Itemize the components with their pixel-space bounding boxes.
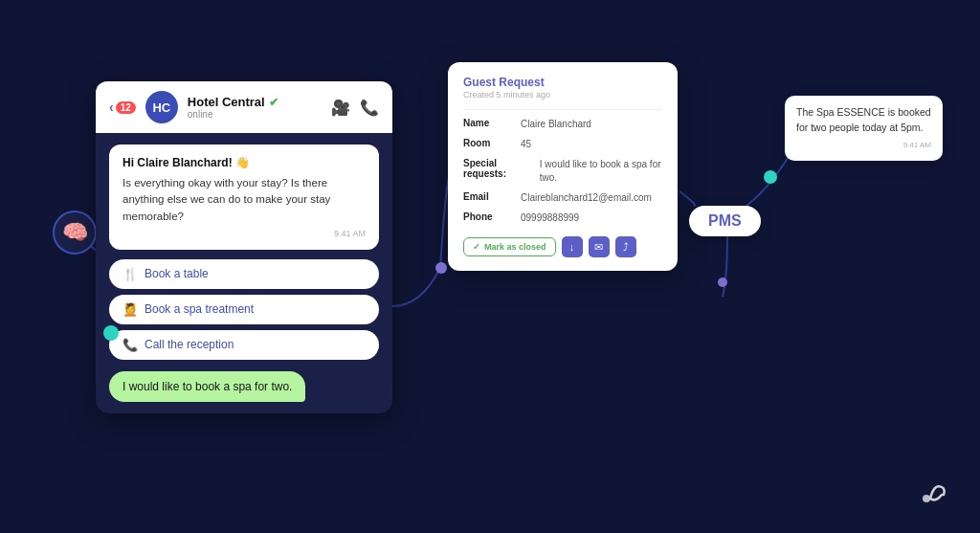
guest-request-panel: Guest Request Created 5 minutes ago Name… (448, 62, 678, 271)
call-reception-button[interactable]: 📞 Call the reception (109, 330, 379, 360)
spa-notification-text: The Spa ESSENCE is booked for two people… (796, 106, 931, 133)
logo (917, 474, 951, 514)
email-icon: ✉ (594, 241, 603, 254)
email-label: Email (463, 191, 513, 202)
brain-icon: 🧠 (53, 211, 97, 255)
guest-request-subtitle: Created 5 minutes ago (463, 90, 662, 100)
verified-icon: ✔ (269, 96, 278, 109)
share-button[interactable]: ⤴ (615, 236, 636, 257)
header-icons: 🎥 📞 (331, 99, 379, 117)
name-label: Name (463, 118, 513, 128)
mark-closed-button[interactable]: ✓ Mark as closed (463, 237, 556, 256)
special-requests-row: Special requests: I would like to book a… (463, 158, 662, 185)
phone-icon[interactable]: 📞 (360, 99, 379, 117)
divider (463, 109, 662, 110)
phone-value: 09999888999 (521, 211, 579, 225)
chat-body: Hi Claire Blanchard! 👋 Is everything oka… (96, 133, 392, 413)
room-label: Room (463, 138, 513, 148)
phone-row: Phone 09999888999 (463, 211, 662, 225)
connector-dot-teal (103, 325, 119, 341)
connector-dot-spa (764, 170, 777, 184)
book-table-button[interactable]: 🍴 Book a table (109, 259, 379, 289)
check-icon: ✓ (473, 242, 480, 252)
fork-icon: 🍴 (122, 267, 138, 281)
online-status: online (188, 109, 322, 120)
quick-actions: 🍴 Book a table 💆 Book a spa treatment 📞 … (109, 259, 379, 360)
pms-label: PMS (689, 206, 761, 236)
user-message-bubble: I would like to book a spa for two. (109, 371, 305, 402)
name-value: Claire Blanchard (521, 118, 591, 131)
bot-message-bubble: Hi Claire Blanchard! 👋 Is everything oka… (109, 144, 379, 250)
back-button[interactable]: ‹ 12 (109, 100, 136, 115)
room-value: 45 (521, 138, 531, 151)
greeting-text: Hi Claire Blanchard! 👋 (122, 156, 366, 169)
book-spa-button[interactable]: 💆 Book a spa treatment (109, 295, 379, 324)
message-time: 9.41 AM (122, 229, 366, 238)
hotel-info: Hotel Central ✔ online (188, 95, 322, 120)
call-icon: 📞 (122, 338, 138, 352)
share-icon: ⤴ (623, 241, 629, 253)
spa-notification-time: 9.41 AM (796, 140, 931, 151)
chat-header: ‹ 12 HC Hotel Central ✔ online 🎥 📞 (96, 81, 392, 133)
spa-icon: 💆 (122, 302, 138, 317)
message-text: Is everything okay with your stay? Is th… (122, 175, 366, 225)
guest-request-title: Guest Request (463, 76, 662, 89)
connector-dot-pms (718, 278, 727, 287)
download-icon: ↓ (569, 241, 575, 253)
guest-actions: ✓ Mark as closed ↓ ✉ ⤴ (463, 236, 662, 257)
connector-dot-1 (435, 262, 447, 274)
download-button[interactable]: ↓ (562, 236, 583, 257)
special-requests-value: I would like to book a spa for two. (540, 158, 662, 185)
hotel-name: Hotel Central ✔ (188, 95, 322, 109)
unread-count: 12 (116, 101, 136, 114)
name-row: Name Claire Blanchard (463, 118, 662, 131)
avatar: HC (145, 91, 178, 123)
email-button[interactable]: ✉ (589, 236, 610, 257)
room-row: Room 45 (463, 138, 662, 151)
special-requests-label: Special requests: (463, 158, 532, 179)
video-call-icon[interactable]: 🎥 (331, 99, 350, 117)
spa-notification-bubble: The Spa ESSENCE is booked for two people… (785, 96, 943, 161)
email-value: Claireblanchard12@email.com (521, 191, 652, 205)
phone-label: Phone (463, 211, 513, 222)
email-row: Email Claireblanchard12@email.com (463, 191, 662, 205)
chat-panel: ‹ 12 HC Hotel Central ✔ online 🎥 📞 Hi Cl… (96, 81, 392, 413)
